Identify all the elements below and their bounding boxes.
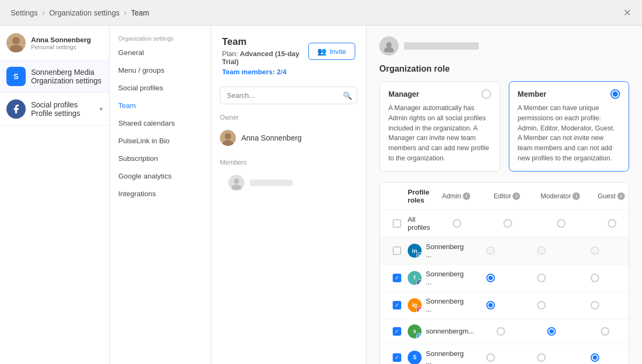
org-sub: Organization settings xyxy=(31,76,102,85)
user-avatar xyxy=(6,33,26,52)
row3-editor-cell xyxy=(528,327,576,336)
nav-item-google-analytics[interactable]: Google analytics xyxy=(110,167,211,185)
search-icon: 🔍 xyxy=(343,91,352,100)
row1-admin-radio[interactable] xyxy=(486,274,495,282)
nav-item-integrations[interactable]: Integrations xyxy=(110,185,211,203)
owner-name: Anna Sonnenberg xyxy=(241,134,302,142)
close-button[interactable]: ✕ xyxy=(623,7,631,19)
row3-editor-radio[interactable] xyxy=(547,327,556,336)
row1-badge: f xyxy=(416,280,422,285)
mid-nav: Organization settings General Menu / gro… xyxy=(110,26,211,364)
moderator-info-icon[interactable]: i xyxy=(572,192,580,200)
team-header-inner: Team Plan: Advanced (15-day Trial) Team … xyxy=(222,36,355,76)
manager-role-name: Manager xyxy=(388,90,419,98)
row2-guest-cell xyxy=(624,301,629,309)
team-header-text: Team Plan: Advanced (15-day Trial) Team … xyxy=(222,36,308,76)
invite-icon: 👥 xyxy=(317,47,326,56)
row3-moderator-radio[interactable] xyxy=(601,327,609,336)
right-panel: Organization role Manager A Manager auto… xyxy=(366,26,642,364)
org-name: Sonnenberg Media xyxy=(31,68,102,76)
row4-checkbox[interactable]: ✓ xyxy=(393,353,401,362)
sidebar-user-item[interactable]: Anna Sonnenberg Personal settings xyxy=(0,26,109,60)
row2-avatar: ig ★ xyxy=(408,298,422,312)
editor-info-icon[interactable]: i xyxy=(513,192,520,200)
row2-checkbox[interactable]: ✓ xyxy=(393,301,401,309)
breadcrumb-settings[interactable]: Settings xyxy=(11,9,38,17)
selected-user-name-bar xyxy=(404,42,479,50)
all-moderator-radio-cell xyxy=(532,219,591,228)
team-title: Team xyxy=(222,36,308,48)
row1-moderator-radio[interactable] xyxy=(591,274,599,282)
plan-info: Plan: Advanced (15-day Trial) xyxy=(222,50,308,66)
profile-roles-header: Profile roles Admin i Editor i Moderator… xyxy=(380,183,629,210)
row1-editor-cell xyxy=(517,274,565,282)
members-section: Members xyxy=(211,154,366,195)
row3-admin-cell xyxy=(474,327,528,336)
member-row[interactable] xyxy=(220,171,357,195)
row4-editor-radio[interactable] xyxy=(537,353,546,362)
breadcrumb-org-settings[interactable]: Organization settings xyxy=(49,9,120,17)
all-editor-radio[interactable] xyxy=(503,219,512,228)
row2-admin-cell xyxy=(464,301,517,309)
row1-checkbox[interactable]: ✓ xyxy=(393,274,401,282)
row4-admin-radio[interactable] xyxy=(486,353,495,362)
manager-role-card[interactable]: Manager A Manager automatically has Admi… xyxy=(379,81,500,172)
row2-admin-radio[interactable] xyxy=(486,301,495,309)
row2-moderator-radio[interactable] xyxy=(591,301,599,309)
row3-checkbox[interactable]: ✓ xyxy=(393,327,401,336)
row0-checkbox[interactable] xyxy=(393,246,401,255)
search-input[interactable] xyxy=(220,87,357,104)
row3-checkbox-cell: ✓ xyxy=(386,327,408,336)
row2-badge: ★ xyxy=(416,307,422,312)
user-sub: Personal settings xyxy=(31,44,91,50)
all-moderator-radio[interactable] xyxy=(557,219,565,228)
row4-moderator-radio[interactable] xyxy=(591,353,599,362)
row3-avatar: s t xyxy=(408,324,422,338)
member-role-card[interactable]: Member A Member can have unique permissi… xyxy=(509,81,630,172)
all-admin-radio[interactable] xyxy=(453,219,461,228)
team-content-header: Team Plan: Advanced (15-day Trial) Team … xyxy=(211,26,366,81)
svg-point-4 xyxy=(225,133,231,140)
member-radio-dot xyxy=(613,91,618,97)
guest-col-header: Guest i xyxy=(590,192,629,200)
nav-item-general[interactable]: General xyxy=(110,44,211,61)
row0-admin-cell xyxy=(464,246,517,255)
all-profiles-checkbox[interactable] xyxy=(393,219,401,228)
team-content-area: Team Plan: Advanced (15-day Trial) Team … xyxy=(211,26,366,364)
selected-user-header xyxy=(379,36,629,56)
sidebar-social-item[interactable]: Social profiles Profile settings ▾ xyxy=(0,93,109,126)
nav-item-pulselink[interactable]: PulseLink in Bio xyxy=(110,132,211,150)
mid-nav-header: Organization settings xyxy=(110,31,211,44)
breadcrumb-bar: Settings › Organization settings › Team … xyxy=(0,0,642,26)
svg-point-7 xyxy=(234,179,239,184)
user-name: Anna Sonnenberg xyxy=(31,36,91,44)
row2-editor-cell xyxy=(517,301,565,309)
members-label: Members xyxy=(220,159,357,166)
owner-row[interactable]: Anna Sonnenberg xyxy=(220,126,357,150)
admin-info-icon[interactable]: i xyxy=(463,192,470,200)
nav-item-social-profiles[interactable]: Social profiles xyxy=(110,79,211,97)
all-profiles-row: All profiles xyxy=(380,210,629,237)
nav-item-shared-calendars[interactable]: Shared calendars xyxy=(110,114,211,132)
row2-checkbox-cell: ✓ xyxy=(386,301,408,309)
nav-item-menu-groups[interactable]: Menu / groups xyxy=(110,61,211,79)
nav-item-team[interactable]: Team xyxy=(110,97,211,114)
social-sub: Profile settings xyxy=(31,109,80,118)
row2-editor-radio[interactable] xyxy=(537,301,546,309)
row0-moderator-cell xyxy=(565,246,624,255)
manager-card-header: Manager xyxy=(388,89,491,99)
invite-button[interactable]: 👥 Invite xyxy=(308,43,355,60)
main-layout: Anna Sonnenberg Personal settings S Sonn… xyxy=(0,26,642,364)
sidebar-org-item[interactable]: S Sonnenberg Media Organization settings xyxy=(0,60,109,93)
nav-item-subscription[interactable]: Subscription xyxy=(110,150,211,167)
manager-radio[interactable] xyxy=(482,89,491,99)
row1-admin-cell xyxy=(464,274,517,282)
row4-profile-name: S Sonnenberg ... xyxy=(408,350,464,365)
all-guest-radio[interactable] xyxy=(608,219,616,228)
member-radio[interactable] xyxy=(610,89,620,99)
guest-info-icon[interactable]: i xyxy=(617,192,625,200)
editor-col-header: Editor i xyxy=(483,192,531,200)
row3-admin-radio[interactable] xyxy=(496,327,505,336)
owner-section: Owner Anna Sonnenberg xyxy=(211,110,366,154)
row1-editor-radio[interactable] xyxy=(537,274,546,282)
